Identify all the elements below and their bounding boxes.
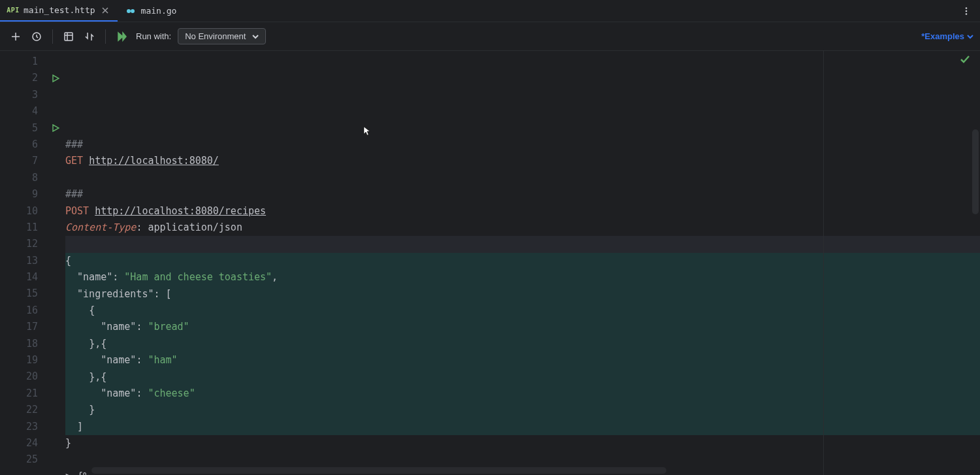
run-with-label: Run with:	[136, 31, 171, 41]
gutter-line: 20	[0, 369, 65, 385]
code-line[interactable]: },{	[65, 369, 980, 385]
chevron-down-icon	[252, 33, 259, 40]
code-line[interactable]: ###	[65, 186, 980, 203]
gutter-line: 21	[0, 385, 65, 402]
chevron-down-icon	[967, 33, 973, 40]
gutter-line: 25	[0, 451, 65, 468]
gutter-line: 7	[0, 153, 65, 169]
run-request-icon[interactable]	[51, 74, 60, 83]
gutter-line: 3	[0, 87, 65, 103]
right-margin-guide	[823, 51, 824, 475]
gutter-line: 4	[0, 103, 65, 120]
add-request-button[interactable]	[7, 27, 25, 46]
go-file-icon	[125, 6, 136, 16]
code-area[interactable]: ###GET http://localhost:8080/###POST htt…	[65, 51, 980, 475]
toolbar-separator	[52, 29, 53, 44]
close-icon[interactable]	[101, 6, 110, 15]
gutter-line: 23	[0, 419, 65, 435]
code-line[interactable]: {	[65, 253, 980, 269]
tab-label: main_test.http	[24, 5, 95, 15]
code-line[interactable]: "name": "ham"	[65, 352, 980, 369]
svg-rect-6	[65, 33, 73, 41]
code-line[interactable]: "name": "bread"	[65, 319, 980, 335]
http-toolbar: Run with: No Environment *Examples	[0, 22, 980, 51]
structure-button[interactable]	[59, 27, 78, 46]
code-line[interactable]: }	[65, 435, 980, 451]
gutter-line: 24	[0, 435, 65, 451]
gutter-line: 12	[0, 236, 65, 252]
code-line[interactable]: "ingredients": [	[65, 286, 980, 303]
gutter-line: 19	[0, 352, 65, 369]
code-line[interactable]: POST http://localhost:8080/recipes	[65, 203, 980, 220]
gutter-line: 15	[0, 286, 65, 302]
examples-label: *Examples	[921, 31, 964, 41]
gutter-line: 1	[0, 54, 65, 70]
gutter-line: 14	[0, 269, 65, 286]
gutter-line: 22	[0, 402, 65, 418]
run-request-icon[interactable]	[51, 123, 60, 133]
gutter-line: 6	[0, 137, 65, 153]
code-line[interactable]: "name": "Ham and cheese toasties",	[65, 269, 980, 286]
gutter-line: 16	[0, 303, 65, 319]
code-line[interactable]	[65, 170, 980, 186]
environment-value: No Environment	[185, 31, 246, 41]
code-line[interactable]: "name": "cheese"	[65, 385, 980, 402]
gutter-line: 18	[0, 336, 65, 352]
gutter-line: 10	[0, 203, 65, 220]
svg-point-2	[966, 7, 968, 9]
convert-button[interactable]	[80, 27, 99, 46]
code-line[interactable]: {	[65, 303, 980, 319]
gutter-line: 11	[0, 220, 65, 236]
code-line[interactable]: }	[65, 402, 980, 418]
vertical-scrollbar[interactable]	[972, 129, 979, 214]
code-line[interactable]: ###	[65, 137, 980, 153]
code-editor[interactable]: 1234567891011121314151617181920212223242…	[0, 51, 980, 475]
http-file-icon: API	[8, 5, 18, 16]
tab-bar: API main_test.http main.go	[0, 0, 980, 22]
history-button[interactable]	[27, 27, 46, 46]
svg-point-1	[131, 9, 135, 13]
gutter-line: 8	[0, 170, 65, 186]
tab-options-button[interactable]	[956, 0, 976, 22]
examples-button[interactable]: *Examples	[921, 31, 973, 41]
gutter-line: 2	[0, 70, 65, 86]
code-line[interactable]: GET http://localhost:8080/	[65, 153, 980, 169]
svg-point-0	[127, 9, 131, 13]
gutter-line: 17	[0, 319, 65, 335]
svg-point-3	[966, 10, 968, 12]
tab-label: main.go	[141, 6, 177, 16]
tab-main-test-http[interactable]: API main_test.http	[0, 0, 118, 22]
run-all-button[interactable]	[112, 27, 131, 46]
environment-select[interactable]: No Environment	[178, 28, 266, 44]
gutter-line: 13	[0, 253, 65, 269]
gutter-line: 9	[0, 186, 65, 203]
mouse-cursor-icon	[328, 109, 336, 120]
code-line[interactable]: Content-Type: application/json	[65, 220, 980, 236]
svg-point-4	[966, 13, 968, 15]
inspection-ok-icon[interactable]	[959, 54, 971, 65]
toolbar-separator	[105, 29, 106, 44]
gutter: 1234567891011121314151617181920212223242…	[0, 51, 65, 475]
gutter-line: 5	[0, 120, 65, 137]
horizontal-scrollbar[interactable]	[91, 467, 666, 474]
code-line[interactable]: },{	[65, 336, 980, 352]
tab-main-go[interactable]: main.go	[118, 0, 185, 22]
code-line[interactable]	[65, 236, 980, 252]
code-line[interactable]: ]	[65, 419, 980, 435]
code-line[interactable]	[65, 451, 980, 468]
